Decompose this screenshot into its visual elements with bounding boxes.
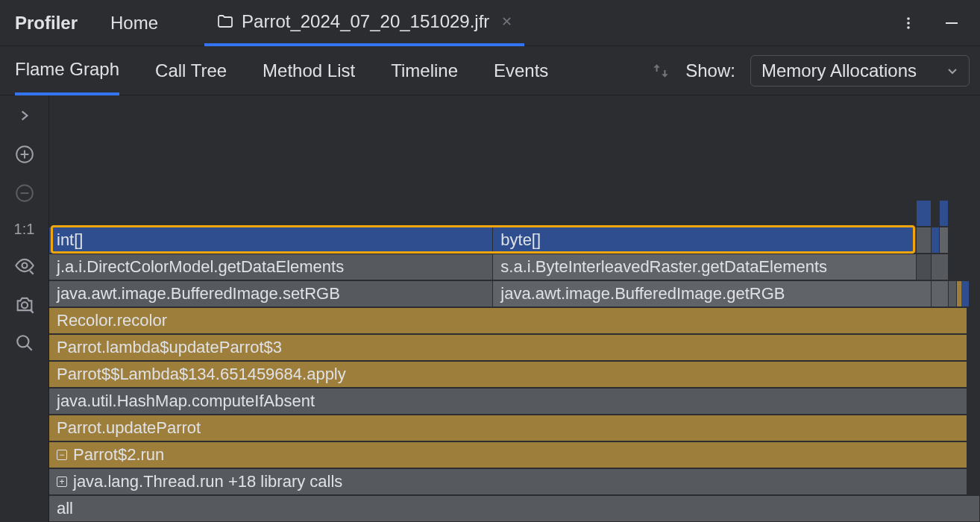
flame-cell[interactable]: java.awt.image.BufferedImage.getRGB bbox=[493, 280, 932, 306]
chevron-down-icon bbox=[946, 65, 958, 77]
flame-cell-label: java.util.HashMap.computeIfAbsent bbox=[57, 392, 315, 411]
zoom-in-icon[interactable] bbox=[13, 143, 36, 166]
tab-file[interactable]: Parrot_2024_07_20_151029.jfr ✕ bbox=[204, 0, 524, 46]
profiler-tool-title: Profiler bbox=[15, 13, 78, 34]
editor-tabs-right bbox=[901, 14, 980, 32]
editor-tabs-bar: Profiler Home Parrot_2024_07_20_151029.j… bbox=[0, 0, 980, 46]
folder-icon bbox=[216, 13, 234, 31]
flame-row: java.awt.image.BufferedImage.setRGBjava.… bbox=[49, 280, 980, 307]
flame-cell[interactable]: s.a.i.ByteInterleavedRaster.getDataEleme… bbox=[493, 254, 917, 280]
flame-cell[interactable] bbox=[917, 227, 932, 253]
flame-cell-label: Parrot.lambda$updateParrot$3 bbox=[57, 338, 282, 357]
flame-cell[interactable] bbox=[932, 280, 948, 306]
flame-row: j.a.i.DirectColorModel.getDataElementss.… bbox=[49, 254, 980, 280]
editor-tabs-left: Profiler Home Parrot_2024_07_20_151029.j… bbox=[15, 0, 524, 46]
svg-point-2 bbox=[907, 26, 910, 29]
flame-cell-label: java.lang.Thread.run +18 library calls bbox=[73, 472, 342, 491]
flame-cell-label: int[] bbox=[57, 230, 83, 250]
main-area: 1:1 int[]byte[]j.a.i.DirectColorModel.ge… bbox=[0, 95, 980, 522]
actual-size-button[interactable]: 1:1 bbox=[14, 221, 35, 238]
flame-graph[interactable]: int[]byte[]j.a.i.DirectColorModel.getDat… bbox=[49, 95, 980, 522]
flame-cell[interactable] bbox=[917, 254, 932, 280]
flame-cell[interactable] bbox=[917, 200, 932, 226]
svg-point-11 bbox=[17, 336, 28, 347]
flame-row: all bbox=[49, 495, 980, 522]
tab-file-name: Parrot_2024_07_20_151029.jfr bbox=[242, 11, 489, 32]
svg-line-12 bbox=[27, 345, 32, 350]
view-tab-call-tree[interactable]: Call Tree bbox=[155, 46, 227, 95]
show-label: Show: bbox=[685, 60, 735, 81]
flame-row: Parrot$$Lambda$134.651459684.apply bbox=[49, 361, 980, 388]
profiler-view-tabs: Flame GraphCall TreeMethod ListTimelineE… bbox=[0, 46, 980, 95]
flame-row: java.util.HashMap.computeIfAbsent bbox=[49, 388, 980, 415]
flame-row: Parrot.updateParrot bbox=[49, 415, 980, 441]
flame-cell[interactable]: java.awt.image.BufferedImage.setRGB bbox=[49, 280, 493, 306]
flame-cell[interactable]: Recolor.recolor bbox=[49, 307, 967, 333]
view-tab-timeline[interactable]: Timeline bbox=[391, 46, 458, 95]
minimize-icon[interactable] bbox=[943, 14, 961, 32]
view-tab-flame-graph[interactable]: Flame Graph bbox=[15, 46, 119, 95]
flame-cell-label: Parrot$2.run bbox=[73, 445, 164, 465]
flame-cell[interactable] bbox=[961, 280, 970, 306]
flame-cell[interactable]: int[] bbox=[49, 227, 493, 253]
flame-cell-label: s.a.i.ByteInterleavedRaster.getDataEleme… bbox=[500, 257, 827, 277]
flame-cell[interactable]: +java.lang.Thread.run +18 library calls bbox=[49, 468, 967, 494]
flame-cell[interactable]: byte[] bbox=[493, 227, 917, 253]
flame-cell-label: Parrot.updateParrot bbox=[57, 418, 201, 438]
zoom-out-icon[interactable] bbox=[13, 182, 36, 204]
svg-point-0 bbox=[907, 17, 910, 20]
view-tab-method-list[interactable]: Method List bbox=[263, 46, 355, 95]
expand-plus-icon[interactable]: + bbox=[57, 477, 67, 487]
show-select[interactable]: Memory Allocations bbox=[750, 55, 970, 87]
flame-cell-label: j.a.i.DirectColorModel.getDataElements bbox=[57, 257, 344, 277]
search-icon[interactable] bbox=[13, 332, 36, 354]
view-tabs-right: Show: Memory Allocations bbox=[651, 55, 980, 87]
flame-cell-label: Parrot$$Lambda$134.651459684.apply bbox=[57, 365, 346, 384]
flame-cell[interactable] bbox=[940, 227, 948, 253]
flame-row: Recolor.recolor bbox=[49, 307, 980, 334]
kebab-menu-icon[interactable] bbox=[901, 16, 916, 31]
expand-icon[interactable] bbox=[13, 104, 36, 127]
screenshot-icon[interactable] bbox=[13, 293, 36, 315]
flame-cell[interactable] bbox=[932, 254, 948, 280]
flame-cell[interactable]: Parrot.updateParrot bbox=[49, 415, 967, 441]
tab-home[interactable]: Home bbox=[110, 13, 158, 34]
flame-row: +java.lang.Thread.run +18 library calls bbox=[49, 468, 980, 495]
left-toolbar: 1:1 bbox=[0, 95, 49, 522]
flame-cell[interactable]: −Parrot$2.run bbox=[49, 441, 967, 468]
view-tab-events[interactable]: Events bbox=[494, 46, 548, 95]
flame-cell[interactable]: j.a.i.DirectColorModel.getDataElements bbox=[49, 254, 493, 280]
flame-cell[interactable] bbox=[949, 280, 957, 306]
flame-cell[interactable]: java.util.HashMap.computeIfAbsent bbox=[49, 388, 967, 414]
collapse-minus-icon[interactable]: − bbox=[57, 450, 67, 460]
flame-cell[interactable]: Parrot.lambda$updateParrot$3 bbox=[49, 334, 967, 360]
flame-row bbox=[49, 200, 980, 227]
svg-point-1 bbox=[907, 22, 910, 25]
flame-cell-label: java.awt.image.BufferedImage.getRGB bbox=[500, 284, 785, 304]
flame-cell-label: Recolor.recolor bbox=[57, 311, 167, 330]
flame-row: Parrot.lambda$updateParrot$3 bbox=[49, 334, 980, 361]
flame-cell-label: java.awt.image.BufferedImage.setRGB bbox=[57, 284, 340, 304]
flame-row: −Parrot$2.run bbox=[49, 441, 980, 468]
focus-icon[interactable] bbox=[13, 254, 36, 277]
flame-cell-label: byte[] bbox=[500, 230, 541, 250]
show-select-value: Memory Allocations bbox=[761, 60, 917, 81]
flame-cell[interactable]: all bbox=[49, 495, 980, 521]
flame-cell[interactable] bbox=[940, 200, 948, 226]
flame-cell[interactable] bbox=[932, 227, 940, 253]
svg-point-10 bbox=[21, 302, 27, 308]
flame-row: int[]byte[] bbox=[49, 227, 980, 254]
svg-point-9 bbox=[22, 263, 27, 268]
swap-icon[interactable] bbox=[651, 61, 670, 81]
flame-cell[interactable]: Parrot$$Lambda$134.651459684.apply bbox=[49, 361, 967, 387]
flame-cell-label: all bbox=[57, 499, 73, 518]
close-icon[interactable]: ✕ bbox=[501, 13, 512, 30]
